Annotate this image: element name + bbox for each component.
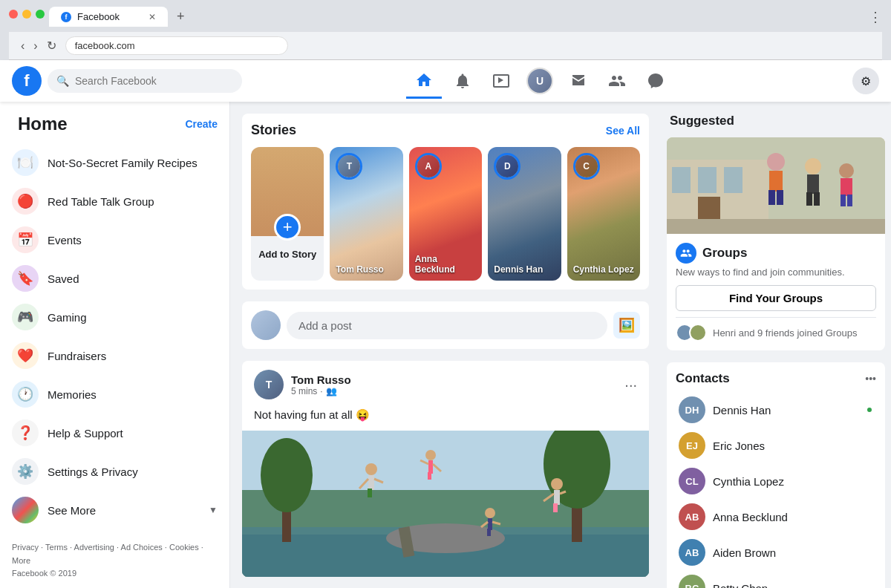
more-link[interactable]: More [12, 556, 30, 565]
contacts-more-button[interactable]: ••• [865, 373, 876, 385]
create-button[interactable]: Create [185, 118, 218, 130]
privacy-link[interactable]: Privacy [12, 543, 39, 552]
tab-favicon: f [61, 12, 71, 22]
sidebar-item-label: Fundraisers [48, 350, 106, 362]
svg-rect-36 [667, 219, 885, 234]
forward-button[interactable]: › [30, 37, 40, 54]
back-button[interactable]: ‹ [18, 37, 27, 54]
stories-see-all[interactable]: See All [606, 125, 640, 137]
svg-rect-22 [487, 529, 491, 536]
contact-avatar: AB [679, 503, 705, 530]
app-header: f 🔍 U [0, 60, 891, 102]
svg-rect-46 [841, 178, 852, 196]
contact-avatar: AB [679, 539, 705, 566]
contact-avatar: CL [679, 468, 705, 494]
story-card-cynthia[interactable]: C Cynthia Lopez [567, 147, 640, 281]
contact-item-anna[interactable]: AB Anna Becklund [676, 499, 876, 535]
post-text: Not having fun at all 😝 [242, 408, 649, 431]
recipes-icon: 🍽️ [12, 149, 39, 176]
lake-scene [242, 431, 649, 577]
nav-profile-button[interactable]: U [522, 63, 558, 99]
add-story-label: Add to Story [251, 249, 324, 260]
story-card-tom[interactable]: T Tom Russo [330, 147, 402, 281]
story-card-dennis[interactable]: D Dennis Han [488, 147, 561, 281]
sidebar-item-settings[interactable]: ⚙️ Settings & Privacy [6, 452, 223, 491]
post-more-button[interactable]: ··· [624, 376, 637, 393]
settings-button[interactable]: ⚙ [852, 68, 879, 94]
nav-notifications-button[interactable] [445, 63, 480, 99]
nav-marketplace-button[interactable] [561, 63, 596, 99]
search-icon: 🔍 [56, 75, 69, 87]
sidebar-item-redtable[interactable]: 🔴 Red Table Talk Group [6, 182, 223, 220]
add-story-card[interactable]: + Add to Story [251, 147, 324, 281]
contact-item-aiden[interactable]: AB Aiden Brown [676, 535, 876, 570]
photo-video-button[interactable]: 🖼️ [613, 312, 640, 339]
minimize-window-button[interactable] [22, 10, 31, 19]
address-bar[interactable]: facebook.com [65, 36, 288, 55]
help-icon: ❓ [12, 419, 39, 446]
close-window-button[interactable] [9, 10, 18, 19]
browser-tab[interactable]: f Facebook ✕ [49, 7, 168, 27]
fundraisers-icon: ❤️ [12, 342, 39, 369]
sidebar-item-help[interactable]: ❓ Help & Support [6, 414, 223, 452]
sidebar-item-gaming[interactable]: 🎮 Gaming [6, 298, 223, 336]
browser-menu-button[interactable]: ⋮ [869, 9, 882, 25]
nav-home-button[interactable] [406, 63, 442, 99]
find-groups-button[interactable]: Find Your Groups [676, 285, 876, 311]
groups-banner [667, 137, 885, 234]
refresh-button[interactable]: ↻ [44, 37, 59, 54]
sidebar-item-events[interactable]: 📅 Events [6, 220, 223, 259]
terms-link[interactable]: Terms [45, 543, 68, 552]
story-name: Tom Russo [336, 264, 396, 275]
svg-rect-42 [807, 174, 819, 194]
post-input[interactable]: Add a post [287, 312, 607, 339]
post-author-avatar[interactable]: T [254, 370, 284, 399]
story-name: Cynthia Lopez [573, 264, 634, 275]
stories-title: Stories [251, 122, 296, 138]
online-indicator [866, 406, 873, 414]
story-card-anna[interactable]: A Anna Becklund [409, 147, 482, 281]
saved-icon: 🔖 [12, 265, 39, 292]
sidebar-item-recipes[interactable]: 🍽️ Not-So-Secret Family Recipes [6, 143, 223, 182]
sidebar-item-label: Not-So-Secret Family Recipes [48, 157, 198, 169]
search-input[interactable] [75, 75, 233, 87]
sidebar-item-fundraisers[interactable]: ❤️ Fundraisers [6, 336, 223, 375]
add-story-icon: + [274, 214, 301, 241]
facebook-logo[interactable]: f [12, 66, 42, 96]
sidebar-item-seemore[interactable]: See More ▼ [6, 491, 223, 529]
contact-item-dennis[interactable]: DH Dennis Han [676, 392, 876, 428]
contact-avatar: EJ [679, 432, 705, 459]
joined-avatars [676, 324, 707, 342]
nav-groups-button[interactable] [599, 63, 635, 99]
contact-item-eric[interactable]: EJ Eric Jones [676, 428, 876, 463]
svg-point-15 [425, 450, 436, 460]
post-author-name[interactable]: Tom Russo [291, 373, 617, 386]
svg-rect-38 [769, 171, 783, 192]
sidebar-item-saved[interactable]: 🔖 Saved [6, 259, 223, 298]
gaming-icon: 🎮 [12, 304, 39, 330]
sidebar-item-memories[interactable]: 🕐 Memories [6, 375, 223, 414]
sidebar-item-label: Events [48, 234, 82, 246]
maximize-window-button[interactable] [36, 10, 45, 19]
new-tab-button[interactable]: + [171, 6, 191, 27]
post-time: 5 mins [291, 386, 317, 396]
tab-close-button[interactable]: ✕ [148, 12, 156, 22]
contact-avatar: BC [679, 575, 705, 588]
svg-rect-12 [368, 489, 372, 497]
svg-rect-32 [672, 167, 691, 193]
svg-rect-16 [428, 460, 433, 474]
contact-name: Cynthia Lopez [713, 475, 784, 488]
contact-item-betty[interactable]: BC Betty Chen [676, 570, 876, 588]
adchoices-link[interactable]: Ad Choices [121, 543, 163, 552]
svg-rect-48 [847, 195, 852, 206]
cookies-link[interactable]: Cookies [169, 543, 199, 552]
sidebar-item-label: Help & Support [48, 427, 123, 440]
svg-rect-27 [553, 503, 558, 512]
contact-item-cynthia[interactable]: CL Cynthia Lopez [676, 463, 876, 499]
advertising-link[interactable]: Advertising [74, 543, 114, 552]
nav-messenger-button[interactable] [638, 63, 673, 99]
right-sidebar: Suggested [661, 102, 891, 588]
story-name: Anna Becklund [415, 254, 476, 275]
nav-watch-button[interactable] [483, 63, 519, 99]
search-bar[interactable]: 🔍 [48, 69, 242, 93]
